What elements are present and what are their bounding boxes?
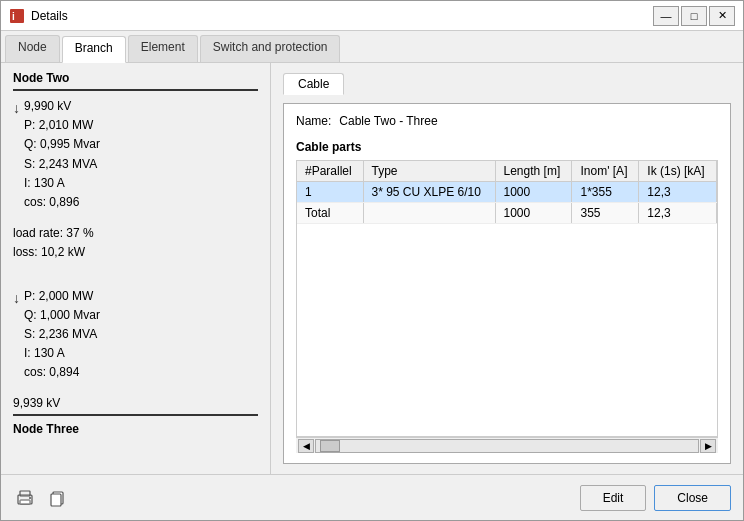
svg-point-5: [29, 497, 31, 499]
panel-tab-cable[interactable]: Cable: [283, 73, 344, 95]
horizontal-scrollbar[interactable]: ◀ ▶: [296, 437, 718, 453]
stat-p-bottom: P: 2,000 MW: [24, 287, 100, 306]
load-rate: load rate: 37 %: [13, 224, 258, 243]
load-info: load rate: 37 % loss: 10,2 kW: [13, 224, 258, 262]
bottom-bar: Edit Close: [1, 474, 743, 520]
cell-length-total: 1000: [495, 203, 572, 224]
edit-button[interactable]: Edit: [580, 485, 647, 511]
stat-i-bottom: I: 130 A: [24, 344, 100, 363]
right-panel: Cable Name: Cable Two - Three Cable part…: [271, 63, 743, 474]
title-bar: i Details — □ ✕: [1, 1, 743, 31]
cell-parallel-1: 1: [297, 182, 363, 203]
cell-inom-total: 355: [572, 203, 639, 224]
cell-inom-1: 1*355: [572, 182, 639, 203]
bottom-buttons: Edit Close: [580, 485, 731, 511]
node-bottom-line: [13, 414, 258, 416]
main-window: i Details — □ ✕ Node Branch Element Swit…: [0, 0, 744, 521]
scroll-right-button[interactable]: ▶: [700, 439, 716, 453]
arrow-down-bottom: ↓: [13, 287, 20, 309]
table-row[interactable]: 1 3* 95 CU XLPE 6/10 1000 1*355 12,3: [297, 182, 717, 203]
cable-name-label: Name:: [296, 114, 331, 128]
col-length: Length [m]: [495, 161, 572, 182]
content-area: Node Two ↓ 9,990 kV P: 2,010 MW Q: 0,995…: [1, 63, 743, 474]
spacer-3: [13, 275, 258, 287]
close-window-button[interactable]: ✕: [709, 6, 735, 26]
maximize-button[interactable]: □: [681, 6, 707, 26]
col-ik: Ik (1s) [kA]: [639, 161, 717, 182]
stat-p-top: P: 2,010 MW: [24, 116, 100, 135]
stats-bottom-values: P: 2,000 MW Q: 1,000 Mvar S: 2,236 MVA I…: [24, 287, 100, 383]
cable-box: Name: Cable Two - Three Cable parts #Par…: [283, 103, 731, 464]
tab-bar: Node Branch Element Switch and protectio…: [1, 31, 743, 63]
stats-bottom-block: ↓ P: 2,000 MW Q: 1,000 Mvar S: 2,236 MVA…: [13, 287, 258, 383]
minimize-button[interactable]: —: [653, 6, 679, 26]
stat-s-top: S: 2,243 MVA: [24, 155, 100, 174]
load-loss: loss: 10,2 kW: [13, 243, 258, 262]
cell-ik-total: 12,3: [639, 203, 717, 224]
node-top-line: [13, 89, 258, 91]
cell-type-1: 3* 95 CU XLPE 6/10: [363, 182, 495, 203]
col-parallel: #Parallel: [297, 161, 363, 182]
bottom-icons: [13, 486, 69, 510]
cable-table: #Parallel Type Length [m] Inom' [A] Ik (…: [297, 161, 717, 224]
cable-parts-title: Cable parts: [296, 140, 718, 154]
scroll-left-button[interactable]: ◀: [298, 439, 314, 453]
node-top-title: Node Two: [13, 71, 258, 85]
cell-parallel-total: Total: [297, 203, 363, 224]
table-row[interactable]: Total 1000 355 12,3: [297, 203, 717, 224]
spacer-2: [13, 263, 258, 275]
window-icon: i: [9, 8, 25, 24]
cell-ik-1: 12,3: [639, 182, 717, 203]
stat-s-bottom: S: 2,236 MVA: [24, 325, 100, 344]
stat-cos-bottom: cos: 0,894: [24, 363, 100, 382]
left-panel: Node Two ↓ 9,990 kV P: 2,010 MW Q: 0,995…: [1, 63, 271, 474]
stat-cos-top: cos: 0,896: [24, 193, 100, 212]
stats-top-values: 9,990 kV P: 2,010 MW Q: 0,995 Mvar S: 2,…: [24, 97, 100, 212]
svg-rect-7: [51, 494, 61, 506]
stat-kv-top: 9,990 kV: [24, 97, 100, 116]
col-inom: Inom' [A]: [572, 161, 639, 182]
stats-top-block: ↓ 9,990 kV P: 2,010 MW Q: 0,995 Mvar S: …: [13, 97, 258, 212]
cell-length-1: 1000: [495, 182, 572, 203]
print-icon[interactable]: [13, 486, 37, 510]
spacer-4: [13, 382, 258, 394]
copy-icon[interactable]: [45, 486, 69, 510]
tab-branch[interactable]: Branch: [62, 36, 126, 63]
arrow-down-top: ↓: [13, 97, 20, 119]
window-controls: — □ ✕: [653, 6, 735, 26]
svg-rect-4: [20, 500, 30, 504]
cable-table-wrapper: #Parallel Type Length [m] Inom' [A] Ik (…: [296, 160, 718, 437]
stat-q-top: Q: 0,995 Mvar: [24, 135, 100, 154]
scroll-thumb[interactable]: [320, 440, 340, 452]
node-bottom-kv: 9,939 kV: [13, 394, 258, 413]
window-title: Details: [31, 9, 653, 23]
panel-tab-bar: Cable: [283, 73, 731, 95]
node-bottom-title: Node Three: [13, 422, 258, 436]
scroll-track[interactable]: [315, 439, 699, 453]
cell-type-total: [363, 203, 495, 224]
stat-q-bottom: Q: 1,000 Mvar: [24, 306, 100, 325]
tab-switch[interactable]: Switch and protection: [200, 35, 341, 62]
cable-name-row: Name: Cable Two - Three: [296, 114, 718, 128]
table-header-row: #Parallel Type Length [m] Inom' [A] Ik (…: [297, 161, 717, 182]
tab-element[interactable]: Element: [128, 35, 198, 62]
close-button[interactable]: Close: [654, 485, 731, 511]
spacer-1: [13, 212, 258, 224]
cable-name-value: Cable Two - Three: [339, 114, 437, 128]
col-type: Type: [363, 161, 495, 182]
svg-text:i: i: [12, 11, 15, 22]
stat-i-top: I: 130 A: [24, 174, 100, 193]
tab-node[interactable]: Node: [5, 35, 60, 62]
